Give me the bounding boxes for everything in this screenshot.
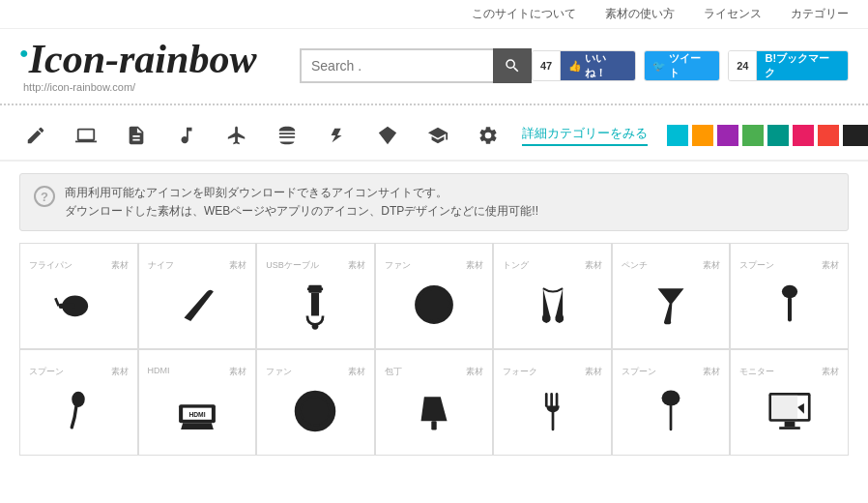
svg-text:HDMI: HDMI: [188, 411, 205, 418]
icon-cell-fork[interactable]: フォーク素材: [493, 349, 612, 456]
svg-rect-13: [788, 297, 792, 322]
category-food[interactable]: [271, 119, 304, 152]
category-airplane[interactable]: [220, 119, 253, 152]
category-document[interactable]: [120, 119, 153, 152]
info-line1: 商用利用可能なアイコンを即刻ダウンロードできるアイコンサイトです。: [65, 184, 538, 202]
category-more-link[interactable]: 詳細カテゴリーをみる: [522, 125, 648, 146]
icon-cell-pliers[interactable]: ペンチ素材: [612, 243, 731, 349]
info-line2: ダウンロードした素材は、WEBページやアプリのアイコン、DTPデザインなどに使用…: [65, 202, 538, 221]
icon-cell-hdmi[interactable]: HDMI素材 HDMI: [138, 349, 257, 456]
thumbs-up-icon: 👍: [568, 60, 582, 73]
bm-label: B!ブックマーク: [757, 51, 848, 80]
logo-text: ●Icon-rainbow: [19, 39, 290, 79]
category-pencil[interactable]: [19, 119, 52, 152]
spoon2-icon: [759, 274, 821, 336]
frypan-icon: [47, 274, 109, 336]
tw-label: 🐦 ツイート: [645, 51, 719, 80]
icon-cell-frypan[interactable]: フライパン素材: [19, 243, 138, 349]
svg-point-21: [302, 397, 331, 426]
fork-icon: [522, 380, 584, 442]
search-button[interactable]: [493, 48, 532, 83]
color-swatch-black[interactable]: [843, 125, 868, 146]
twitter-icon: 🐦: [652, 60, 666, 73]
icon-cell-fan[interactable]: ファン素材: [375, 243, 494, 349]
search-area: [300, 48, 532, 83]
category-settings[interactable]: [472, 119, 505, 152]
category-gem[interactable]: [371, 119, 404, 152]
svg-point-12: [782, 285, 797, 299]
svg-rect-23: [544, 393, 547, 407]
top-navigation: このサイトについて 素材の使い方 ライセンス カテゴリー: [0, 0, 868, 29]
hdmi-icon: HDMI: [166, 380, 228, 442]
icon-cell-spoon[interactable]: スプーン素材: [19, 349, 138, 456]
search-icon: [504, 57, 521, 74]
category-education[interactable]: [421, 119, 454, 152]
color-swatch-teal[interactable]: [667, 125, 688, 146]
info-icon: ?: [34, 186, 55, 207]
knife-icon: [166, 274, 228, 336]
pliers-icon: [640, 274, 702, 336]
logo-icon-dot: ●: [19, 44, 29, 61]
svg-rect-31: [771, 396, 797, 419]
category-bar: 詳細カテゴリーをみる: [0, 111, 868, 162]
icon-cell-spoon2[interactable]: スプーン素材: [730, 243, 849, 349]
spoon-icon: [47, 380, 109, 442]
svg-point-11: [419, 289, 449, 320]
icon-cell-spoon3[interactable]: スプーン素材: [612, 349, 731, 456]
logo-area: ●Icon-rainbow http://icon-rainbow.com/: [19, 39, 290, 93]
cleaver-icon: [403, 380, 465, 442]
facebook-button[interactable]: 47 👍 いいね！: [532, 50, 636, 81]
icon-cell-knife[interactable]: ナイフ素材: [138, 243, 257, 349]
spoon3-icon: [640, 380, 702, 442]
twitter-button[interactable]: 🐦 ツイート: [644, 50, 720, 81]
nav-category[interactable]: カテゴリー: [791, 6, 849, 22]
svg-point-26: [662, 390, 680, 405]
icon-grid: フライパン素材 ナイフ素材 USBケーブル素材 ファン素材 トング素材 ペンチ素…: [19, 243, 849, 456]
usb-icon: [284, 274, 346, 336]
bookmark-button[interactable]: 24 B!ブックマーク: [728, 50, 849, 81]
svg-rect-24: [550, 393, 553, 407]
icon-cell-monitor[interactable]: モニター素材: [730, 349, 849, 456]
color-swatch-teal2[interactable]: [767, 125, 789, 146]
dotted-divider: [0, 104, 868, 105]
category-laptop[interactable]: [70, 119, 102, 152]
color-swatch-purple[interactable]: [717, 125, 738, 146]
color-swatch-pink[interactable]: [793, 125, 814, 146]
nav-about[interactable]: このサイトについて: [472, 6, 576, 22]
bottom-area: [0, 456, 868, 465]
category-icons: 詳細カテゴリーをみる: [19, 119, 648, 152]
logo-url: http://icon-rainbow.com/: [23, 81, 290, 93]
svg-rect-30: [779, 427, 800, 429]
icon-cell-fan2[interactable]: ファン素材: [256, 349, 375, 456]
header: ●Icon-rainbow http://icon-rainbow.com/ 4…: [0, 29, 868, 98]
tongs-icon: [522, 274, 584, 336]
nav-license[interactable]: ライセンス: [704, 6, 762, 22]
bm-count: 24: [729, 51, 757, 80]
fan2-icon: [284, 380, 346, 442]
color-swatch-orange[interactable]: [692, 125, 713, 146]
svg-line-2: [56, 298, 59, 306]
color-swatch-green[interactable]: [742, 125, 764, 146]
nav-howto[interactable]: 素材の使い方: [605, 6, 675, 22]
fb-label: 👍 いいね！: [561, 51, 635, 80]
svg-rect-6: [307, 287, 311, 290]
svg-rect-7: [319, 287, 323, 290]
svg-rect-1: [59, 304, 75, 309]
category-nature[interactable]: [321, 119, 354, 152]
monitor-icon: [759, 380, 821, 442]
fan-icon: [403, 274, 465, 336]
color-palette: [667, 125, 868, 146]
icon-cell-cleaver[interactable]: 包丁素材: [375, 349, 494, 456]
search-input[interactable]: [300, 48, 493, 83]
social-area: 47 👍 いいね！ 🐦 ツイート 24 B!ブックマーク: [532, 50, 849, 81]
icon-cell-usb[interactable]: USBケーブル素材: [256, 243, 375, 349]
svg-point-14: [72, 392, 86, 407]
color-swatch-red[interactable]: [818, 125, 839, 146]
svg-rect-25: [555, 393, 558, 407]
category-music[interactable]: [170, 119, 203, 152]
icon-cell-tongs[interactable]: トング素材: [493, 243, 612, 349]
svg-rect-29: [784, 422, 795, 427]
info-box: ? 商用利用可能なアイコンを即刻ダウンロードできるアイコンサイトです。 ダウンロ…: [19, 173, 849, 231]
fb-count: 47: [533, 51, 561, 80]
info-text: 商用利用可能なアイコンを即刻ダウンロードできるアイコンサイトです。 ダウンロード…: [65, 184, 538, 221]
